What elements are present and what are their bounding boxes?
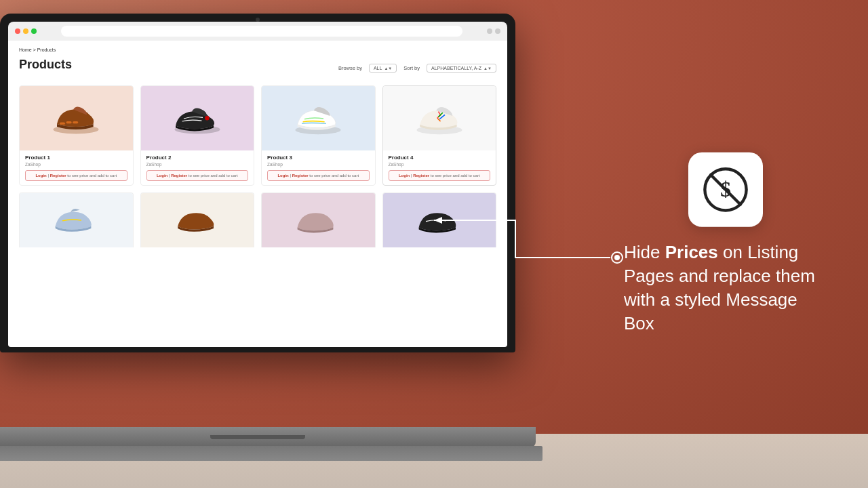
shoe-illustration-7 xyxy=(291,200,345,241)
product-image-6 xyxy=(141,193,254,247)
product-card-1[interactable]: Product 1 ZaShop Login | Register to see… xyxy=(19,85,134,186)
page-title: Products xyxy=(19,58,72,72)
product-name-4: Product 4 xyxy=(389,155,491,161)
product-image-2 xyxy=(141,86,254,150)
product-cta-3[interactable]: Login | Register to see price and add to… xyxy=(267,170,370,181)
laptop-screen: Home > Products Products Browse by ALL ▲… xyxy=(0,14,515,352)
product-shop-1: ZaShop xyxy=(25,162,127,167)
shoe-illustration-4 xyxy=(412,98,467,139)
product-name-3: Product 3 xyxy=(267,155,370,161)
description-bold: Prices xyxy=(665,242,718,262)
product-cta-2[interactable]: Login | Register to see price and add to… xyxy=(146,170,249,181)
description-plain: Hide xyxy=(624,242,665,262)
browse-by-arrow-icon: ▲▼ xyxy=(384,66,392,70)
svg-point-14 xyxy=(612,252,623,263)
product-info-4: Product 4 ZaShop Login | Register to see… xyxy=(383,150,496,185)
cta-suffix-4: to see price and add to cart xyxy=(431,174,480,178)
shoe-illustration-6 xyxy=(170,200,224,241)
svg-point-15 xyxy=(614,255,620,260)
product-card-3[interactable]: Product 3 ZaShop Login | Register to see… xyxy=(261,85,376,186)
shoe-illustration-5 xyxy=(49,200,103,241)
login-link-2[interactable]: Login xyxy=(157,174,167,178)
laptop-bottom xyxy=(0,446,542,461)
product-card-6[interactable] xyxy=(140,192,255,247)
register-link-3[interactable]: Register xyxy=(292,174,309,178)
product-shop-2: ZaShop xyxy=(146,162,249,167)
shoe-illustration-8 xyxy=(412,200,467,241)
login-link-3[interactable]: Login xyxy=(277,174,288,178)
sort-by-arrow-icon: ▲▼ xyxy=(484,66,492,70)
product-shop-4: ZaShop xyxy=(389,162,491,167)
browse-by-value: ALL xyxy=(374,66,382,70)
close-window-button[interactable] xyxy=(15,28,20,34)
product-info-2: Product 2 ZaShop Login | Register to see… xyxy=(141,150,254,185)
product-image-4 xyxy=(383,86,496,150)
product-card-7[interactable] xyxy=(261,192,376,247)
product-card-4[interactable]: Product 4 ZaShop Login | Register to see… xyxy=(382,85,497,186)
product-image-5 xyxy=(20,193,133,247)
laptop-notch xyxy=(210,435,305,439)
product-info-1: Product 1 ZaShop Login | Register to see… xyxy=(20,150,133,185)
browser-chrome xyxy=(8,22,507,41)
url-bar[interactable] xyxy=(61,26,462,37)
register-link-1[interactable]: Register xyxy=(50,174,66,178)
breadcrumb-current: Products xyxy=(37,47,56,52)
product-cta-4[interactable]: Login | Register to see price and add to… xyxy=(389,170,491,181)
product-card-2[interactable]: Product 2 ZaShop Login | Register to see… xyxy=(140,85,255,186)
login-link-1[interactable]: Login xyxy=(35,174,46,178)
product-image-8 xyxy=(383,193,496,247)
product-name-1: Product 1 xyxy=(25,155,127,161)
cta-suffix-1: to see price and add to cart xyxy=(67,174,117,178)
product-cta-1[interactable]: Login | Register to see price and add to… xyxy=(25,170,127,181)
svg-point-5 xyxy=(205,116,209,120)
register-link-4[interactable]: Register xyxy=(413,174,429,178)
register-link-2[interactable]: Register xyxy=(171,174,187,178)
product-image-7 xyxy=(262,193,375,247)
sort-by-select[interactable]: ALPHABETICALLY, A-Z ▲▼ xyxy=(427,64,496,73)
products-grid: Product 1 ZaShop Login | Register to see… xyxy=(19,85,496,247)
sort-by-value: ALPHABETICALLY, A-Z xyxy=(431,66,481,70)
breadcrumb-home[interactable]: Home xyxy=(19,47,32,52)
products-header: Products Browse by ALL ▲▼ Sort by ALPHAB… xyxy=(19,58,496,79)
breadcrumb-separator: > xyxy=(33,47,36,52)
shoe-illustration-2 xyxy=(170,98,224,139)
minimize-window-button[interactable] xyxy=(23,28,28,34)
filter-controls: Browse by ALL ▲▼ Sort by ALPHABETICALLY,… xyxy=(338,64,496,73)
svg-rect-3 xyxy=(73,121,78,123)
nav-dot-2 xyxy=(495,28,500,34)
cta-suffix-2: to see price and add to cart xyxy=(189,174,238,178)
svg-rect-2 xyxy=(66,121,72,123)
product-image-3 xyxy=(262,86,375,150)
breadcrumb: Home > Products xyxy=(19,47,496,52)
feature-description: Hide Prices on Listing Pages and replace… xyxy=(624,241,827,336)
shoe-illustration-1 xyxy=(49,98,103,139)
product-card-8[interactable] xyxy=(382,192,497,247)
laptop-base xyxy=(0,427,536,447)
no-price-icon: $ xyxy=(702,166,749,214)
login-link-4[interactable]: Login xyxy=(399,174,410,178)
browser-content: Home > Products Products Browse by ALL ▲… xyxy=(8,41,507,347)
product-shop-3: ZaShop xyxy=(267,162,370,167)
product-info-3: Product 3 ZaShop Login | Register to see… xyxy=(262,150,375,185)
nav-dot-1 xyxy=(487,28,492,34)
product-image-1 xyxy=(20,86,133,150)
cta-suffix-3: to see price and add to cart xyxy=(309,174,359,178)
browse-by-select[interactable]: ALL ▲▼ xyxy=(369,64,397,73)
browse-by-label: Browse by xyxy=(338,65,362,71)
maximize-window-button[interactable] xyxy=(31,28,37,34)
right-panel: $ Hide Prices on Listing Pages and repla… xyxy=(624,152,827,336)
browser-nav-controls xyxy=(487,28,500,34)
product-card-5[interactable] xyxy=(19,192,134,247)
shoe-illustration-3 xyxy=(291,98,345,139)
laptop-mockup: Home > Products Products Browse by ALL ▲… xyxy=(0,14,536,488)
sort-by-label: Sort by xyxy=(403,65,420,71)
browser-window-controls xyxy=(15,28,37,34)
svg-rect-1 xyxy=(60,122,65,124)
product-name-2: Product 2 xyxy=(146,155,249,161)
no-price-icon-box: $ xyxy=(688,152,763,227)
